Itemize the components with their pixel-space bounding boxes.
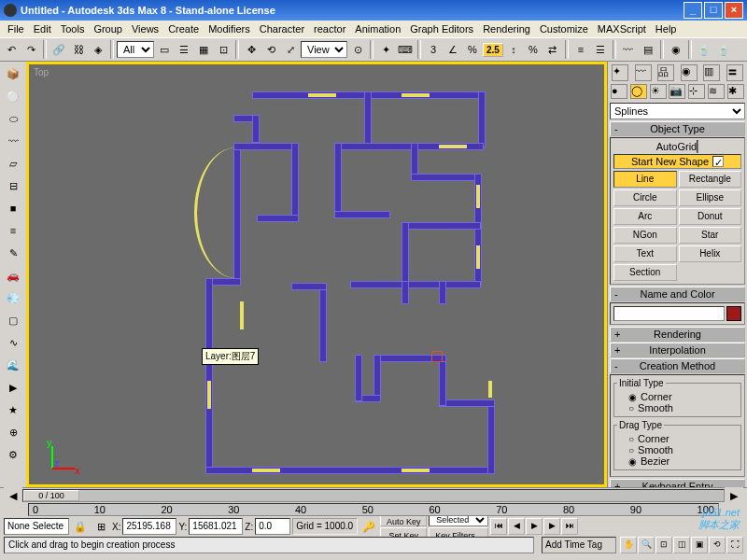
reactor-water-icon[interactable]: 🌊 xyxy=(3,355,23,375)
menu-rendering[interactable]: Rendering xyxy=(479,22,534,35)
reactor-anim-icon[interactable]: ★ xyxy=(3,399,23,420)
quick-render-icon[interactable]: 🍵 xyxy=(714,40,733,59)
reactor-cyl-icon[interactable]: ⬭ xyxy=(3,108,23,129)
reactor-wand-icon[interactable]: ✎ xyxy=(3,243,23,263)
select-icon[interactable]: ▭ xyxy=(155,40,174,59)
menu-file[interactable]: File xyxy=(4,22,28,35)
start-shape-checkbox[interactable]: ✓ xyxy=(712,156,724,167)
snap-toggle[interactable]: 2.5 xyxy=(483,43,503,57)
rendering-rollout[interactable]: +Rendering xyxy=(610,327,745,342)
shapes-icon[interactable]: ◯ xyxy=(630,84,647,99)
prev-frame-icon[interactable]: ◀ xyxy=(508,518,525,535)
reactor-solid-icon[interactable]: ■ xyxy=(3,198,23,218)
text-button[interactable]: Text xyxy=(613,245,677,262)
name-color-rollout[interactable]: -Name and Color xyxy=(610,287,745,301)
curve-editor-icon[interactable]: 〰 xyxy=(619,40,638,59)
reactor-rope-icon[interactable]: ∿ xyxy=(3,332,23,353)
hierarchy-tab-icon[interactable]: 品 xyxy=(657,64,674,81)
motion-tab-icon[interactable]: ◉ xyxy=(681,64,698,81)
reactor-spring-icon[interactable]: 〰 xyxy=(3,131,23,151)
ellipse-button[interactable]: Ellipse xyxy=(679,189,742,206)
create-tab-icon[interactable]: ✦ xyxy=(612,64,628,81)
cameras-icon[interactable]: 📷 xyxy=(669,84,685,99)
reactor-cloth-icon[interactable]: ▢ xyxy=(3,310,23,330)
object-name-input[interactable] xyxy=(613,306,725,321)
scale-icon[interactable]: ⤢ xyxy=(281,40,300,59)
ref-coord-dropdown[interactable]: View xyxy=(301,41,347,58)
play-icon[interactable]: ▶ xyxy=(526,518,543,535)
render-scene-icon[interactable]: 🍵 xyxy=(695,40,713,59)
keyboard-entry-rollout[interactable]: +Keyboard Entry xyxy=(610,479,745,487)
material-icon[interactable]: ◉ xyxy=(667,40,685,59)
time-slider[interactable]: 0 / 100 xyxy=(22,489,725,502)
reactor-dash-icon[interactable]: ⊟ xyxy=(3,175,23,196)
menu-animation[interactable]: Animation xyxy=(351,22,404,35)
menu-maxscript[interactable]: MAXScript xyxy=(594,22,650,35)
zoom-icon[interactable]: 🔍 xyxy=(638,537,655,553)
modify-tab-icon[interactable]: 〰 xyxy=(635,64,652,81)
close-button[interactable]: × xyxy=(725,2,743,19)
spinner-snap-icon[interactable]: ↕ xyxy=(504,40,523,59)
ngon-button[interactable]: NGon xyxy=(613,227,677,244)
menu-edit[interactable]: Edit xyxy=(30,22,55,35)
z-coord-input[interactable]: 0.0 xyxy=(255,518,290,535)
move-icon[interactable]: ✥ xyxy=(242,40,261,59)
select-name-icon[interactable]: ☰ xyxy=(175,40,193,59)
unlink-icon[interactable]: ⛓ xyxy=(69,40,88,59)
pan-icon[interactable]: ✋ xyxy=(620,537,637,553)
color-swatch[interactable] xyxy=(726,306,741,321)
viewport-top[interactable]: Top xyxy=(26,62,607,487)
bind-icon[interactable]: ◈ xyxy=(89,40,107,59)
goto-end-icon[interactable]: ⏭ xyxy=(561,518,578,535)
creation-method-rollout[interactable]: -Creation Method xyxy=(610,358,745,373)
maximize-button[interactable]: □ xyxy=(704,2,723,19)
time-thumb[interactable]: 0 / 100 xyxy=(23,490,79,501)
drag-smooth-radio[interactable]: ○ Smooth xyxy=(628,444,738,455)
time-tag[interactable]: Add Time Tag xyxy=(542,537,616,553)
reactor-preview-icon[interactable]: ▶ xyxy=(3,377,23,398)
autogrid-checkbox[interactable] xyxy=(697,140,698,153)
reactor-sphere-icon[interactable]: ⚪ xyxy=(3,86,23,106)
redo-icon[interactable]: ↷ xyxy=(21,40,40,59)
reactor-analyze-icon[interactable]: ⊕ xyxy=(3,422,23,442)
pivot-icon[interactable]: ⊙ xyxy=(348,40,367,59)
start-new-shape-button[interactable]: Start New Shape xyxy=(631,156,709,167)
line-button[interactable]: Line xyxy=(613,171,677,188)
category-dropdown[interactable]: Splines xyxy=(610,103,745,119)
menu-group[interactable]: Group xyxy=(90,22,126,35)
key-icon[interactable]: 🔑 xyxy=(359,517,378,536)
undo-icon[interactable]: ↶ xyxy=(2,40,21,59)
menu-reactor[interactable]: reactor xyxy=(310,22,349,35)
selection-filter[interactable]: All xyxy=(117,41,154,58)
select-region-icon[interactable]: ▦ xyxy=(194,40,213,59)
menu-help[interactable]: Help xyxy=(652,22,681,35)
reactor-wind-icon[interactable]: 💨 xyxy=(3,287,23,308)
helix-button[interactable]: Helix xyxy=(679,245,742,262)
time-prev-icon[interactable]: ◀ xyxy=(4,486,22,505)
time-ruler[interactable]: 0102030405060708090100 xyxy=(28,503,719,516)
x-coord-input[interactable]: 25195.168 xyxy=(122,518,176,535)
section-button[interactable]: Section xyxy=(613,264,677,281)
lock-icon[interactable]: 🔒 xyxy=(71,517,90,536)
mirror-icon[interactable]: ⇄ xyxy=(543,40,562,59)
rotate-icon[interactable]: ⟲ xyxy=(261,40,280,59)
fov-icon[interactable]: ◫ xyxy=(673,537,690,553)
circle-button[interactable]: Circle xyxy=(613,189,677,206)
lights-icon[interactable]: ☀ xyxy=(650,84,667,99)
utilities-tab-icon[interactable]: 〓 xyxy=(726,64,743,81)
interpolation-rollout[interactable]: +Interpolation xyxy=(610,343,745,357)
menu-character[interactable]: Character xyxy=(256,22,308,35)
object-type-rollout[interactable]: -Object Type xyxy=(610,121,745,136)
goto-start-icon[interactable]: ⏮ xyxy=(490,518,507,535)
reactor-util-icon[interactable]: ⚙ xyxy=(3,444,23,465)
schematic-icon[interactable]: ▤ xyxy=(639,40,657,59)
star-button[interactable]: Star xyxy=(679,227,742,244)
snap3d-icon[interactable]: 3 xyxy=(424,40,443,59)
layers-icon[interactable]: ☰ xyxy=(591,40,610,59)
menu-create[interactable]: Create xyxy=(164,22,203,35)
display-tab-icon[interactable]: ▥ xyxy=(703,64,720,81)
donut-button[interactable]: Donut xyxy=(679,208,742,225)
percent-snap-icon[interactable]: % xyxy=(463,40,482,59)
helpers-icon[interactable]: ⊹ xyxy=(688,84,705,99)
time-next-icon[interactable]: ▶ xyxy=(725,486,743,505)
